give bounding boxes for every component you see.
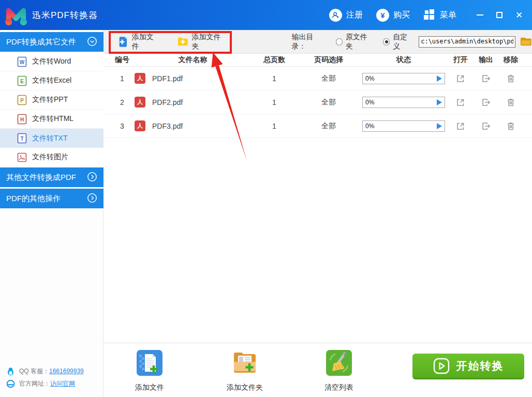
menu-label: 菜单 <box>440 10 456 21</box>
add-folder-big-icon <box>232 350 258 376</box>
clear-list-button[interactable]: 清空列表 <box>316 350 362 392</box>
sidebar-section-pdf-other-ops[interactable]: PDF的其他操作 <box>0 189 104 208</box>
buy-button[interactable]: ¥ 购买 <box>376 9 410 22</box>
clear-list-broom-icon <box>326 350 352 376</box>
progress-bar[interactable]: 0% <box>362 73 445 84</box>
output-path-input[interactable] <box>419 36 515 48</box>
qq-number-link[interactable]: 1661699939 <box>49 368 84 375</box>
section-label: PDF转换成其它文件 <box>6 37 76 47</box>
official-site-link[interactable]: 访问官网 <box>50 379 75 388</box>
sidebar-item-label: 文件转HTML <box>32 114 73 124</box>
play-icon <box>436 75 443 82</box>
maximize-button[interactable] <box>490 0 509 30</box>
svg-text:H: H <box>20 117 24 123</box>
sidebar-section-other-to-pdf[interactable]: 其他文件转换成PDF <box>0 167 104 187</box>
trash-icon[interactable] <box>506 97 516 108</box>
sidebar-item-txt[interactable]: T 文件转TXT <box>0 129 104 148</box>
pdf-file-icon: 人 <box>135 97 145 108</box>
page-range[interactable]: 全部 <box>298 74 360 83</box>
register-button[interactable]: 注册 <box>329 9 363 22</box>
clear-list-label: 清空列表 <box>316 383 362 392</box>
radio-original-folder[interactable] <box>336 38 343 45</box>
sidebar-item-label: 文件转Word <box>32 57 71 66</box>
pdf-file-icon: 人 <box>135 73 145 84</box>
table-row: 1 人PDF1.pdf 1 全部 0% <box>104 67 532 90</box>
start-convert-button[interactable]: 开始转换 <box>412 354 524 379</box>
progress-value: 0% <box>365 99 374 106</box>
add-file-button[interactable]: 添加文件 <box>118 33 158 51</box>
pdf-file-icon: 人 <box>135 120 145 131</box>
add-folder-label: 添加文件夹 <box>192 33 225 51</box>
ppt-file-icon: P <box>17 95 27 105</box>
total-pages: 1 <box>251 122 298 130</box>
bottom-add-file-label: 添加文件 <box>126 383 173 392</box>
open-icon[interactable] <box>455 73 466 84</box>
sidebar-item-excel[interactable]: E 文件转Excel <box>0 71 104 90</box>
col-status: 状态 <box>360 55 448 65</box>
output-icon[interactable] <box>481 121 491 131</box>
minimize-button[interactable] <box>470 0 490 30</box>
col-filename: 文件名称 <box>135 55 251 65</box>
sidebar: PDF转换成其它文件 W 文件转Word E 文件转Excel P 文件转PPT… <box>0 30 104 397</box>
ie-browser-icon <box>6 379 15 388</box>
row-number: 1 <box>110 74 135 83</box>
add-file-icon <box>118 36 128 48</box>
sidebar-item-image[interactable]: 文件转图片 <box>0 148 104 167</box>
browse-folder-icon[interactable] <box>520 36 532 47</box>
col-remove: 移除 <box>498 55 523 65</box>
progress-bar[interactable]: 0% <box>362 120 445 132</box>
sidebar-footer: QQ 客服： 1661699939 官方网址： 访问官网 <box>0 365 104 390</box>
top-toolbar: 添加文件 添加文件夹 输出目录： 原文件夹 自定义 <box>104 30 532 54</box>
output-dir-label: 输出目录： <box>291 33 324 51</box>
close-icon: ✕ <box>515 11 523 20</box>
html-file-icon: H <box>17 114 27 125</box>
minimize-icon <box>477 14 483 16</box>
txt-file-icon: T <box>17 133 27 144</box>
progress-bar[interactable]: 0% <box>362 97 445 108</box>
qq-penguin-icon <box>6 367 15 376</box>
yen-icon: ¥ <box>376 9 389 22</box>
add-folder-icon <box>178 36 188 47</box>
section-label: 其他文件转换成PDF <box>6 173 76 182</box>
sidebar-section-pdf-to-other[interactable]: PDF转换成其它文件 <box>0 32 104 52</box>
chevron-right-circle-icon <box>87 193 97 205</box>
bottom-add-folder-button[interactable]: 添加文件夹 <box>221 350 268 392</box>
col-no: 编号 <box>110 55 135 65</box>
start-convert-label: 开始转换 <box>456 359 504 373</box>
radio-custom[interactable] <box>383 38 390 45</box>
excel-file-icon: E <box>17 75 27 86</box>
close-button[interactable]: ✕ <box>509 0 529 30</box>
add-folder-button[interactable]: 添加文件夹 <box>178 33 225 51</box>
bottom-add-file-button[interactable]: 添加文件 <box>126 350 173 392</box>
table-row: 3 人PDF3.pdf 1 全部 0% <box>104 114 532 138</box>
menu-button[interactable]: 菜单 <box>423 9 456 21</box>
play-icon <box>436 99 443 106</box>
menu-grid-icon <box>423 9 436 21</box>
open-icon[interactable] <box>455 121 466 131</box>
register-person-icon <box>329 9 342 22</box>
maximize-icon <box>496 12 503 18</box>
progress-value: 0% <box>365 75 374 82</box>
svg-text:T: T <box>20 136 23 142</box>
col-open: 打开 <box>448 55 474 65</box>
output-icon[interactable] <box>481 73 491 84</box>
svg-text:P: P <box>20 98 24 103</box>
page-range[interactable]: 全部 <box>298 121 360 131</box>
sidebar-item-ppt[interactable]: P 文件转PPT <box>0 90 104 110</box>
trash-icon[interactable] <box>506 121 516 131</box>
play-icon <box>436 123 443 130</box>
output-icon[interactable] <box>481 97 491 108</box>
col-page-range: 页码选择 <box>298 55 360 65</box>
trash-icon[interactable] <box>506 73 516 84</box>
page-range[interactable]: 全部 <box>298 98 360 107</box>
add-file-big-icon <box>137 350 162 376</box>
bottom-add-folder-label: 添加文件夹 <box>221 383 268 392</box>
sidebar-item-word[interactable]: W 文件转Word <box>0 52 104 71</box>
section-label: PDF的其他操作 <box>6 194 61 204</box>
open-icon[interactable] <box>455 97 466 108</box>
total-pages: 1 <box>251 74 298 83</box>
radio-original-label[interactable]: 原文件夹 <box>346 33 372 51</box>
radio-custom-label[interactable]: 自定义 <box>393 33 412 51</box>
sidebar-item-html[interactable]: H 文件转HTML <box>0 110 104 129</box>
chevron-down-circle-icon <box>87 36 97 48</box>
